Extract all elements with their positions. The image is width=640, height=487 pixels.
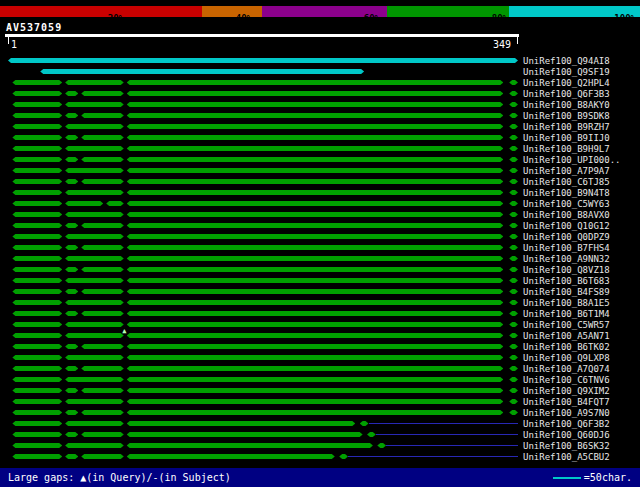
hit-label[interactable]: UniRef100_Q6F3B3 xyxy=(523,89,610,99)
alignment-row[interactable]: UniRef100_Q2HPL4 xyxy=(0,77,640,88)
hit-label[interactable]: UniRef100_B9RZH7 xyxy=(523,122,610,132)
hit-bar-segment[interactable] xyxy=(12,399,62,404)
hit-bar-segment[interactable] xyxy=(127,278,504,283)
hit-bar-segment[interactable] xyxy=(509,410,518,415)
hit-label[interactable]: UniRef100_B7FHS4 xyxy=(523,243,610,253)
hit-label[interactable]: UniRef100_Q0DPZ9 xyxy=(523,232,610,242)
hit-bar-segment[interactable] xyxy=(40,69,364,74)
hit-bar-segment[interactable] xyxy=(65,333,124,338)
alignment-row[interactable]: UniRef100_B9RZH7 xyxy=(0,121,640,132)
hit-bar-segment[interactable] xyxy=(65,168,124,173)
hit-bar-segment[interactable] xyxy=(127,102,504,107)
alignment-row[interactable]: UniRef100_B8A1E5 xyxy=(0,297,640,308)
hit-bar-segment[interactable] xyxy=(12,80,62,85)
hit-bar-segment[interactable] xyxy=(12,355,62,360)
hit-label[interactable]: UniRef100_C6TJ85 xyxy=(523,177,610,187)
hit-bar-segment[interactable] xyxy=(65,355,124,360)
alignment-row[interactable]: UniRef100_C5WR57 xyxy=(0,319,640,330)
hit-bar-segment[interactable] xyxy=(12,267,62,272)
hit-bar-segment[interactable] xyxy=(509,146,518,151)
hit-bar-segment[interactable] xyxy=(81,245,124,250)
hit-bar-segment[interactable] xyxy=(509,102,518,107)
hit-label[interactable]: UniRef100_A9NN32 xyxy=(523,254,610,264)
hit-bar-segment[interactable] xyxy=(509,366,518,371)
hit-bar-segment[interactable] xyxy=(65,289,78,294)
hit-bar-segment[interactable] xyxy=(81,454,124,459)
hit-bar-segment[interactable] xyxy=(81,344,124,349)
hit-bar-segment[interactable] xyxy=(509,278,518,283)
hit-bar-segment[interactable] xyxy=(360,421,369,426)
hit-bar-segment[interactable] xyxy=(65,234,124,239)
hit-bar-segment[interactable] xyxy=(509,124,518,129)
hit-bar-segment[interactable] xyxy=(127,190,504,195)
alignment-row[interactable]: UniRef100_B6SK32 xyxy=(0,440,640,451)
hit-bar-segment[interactable] xyxy=(509,399,518,404)
hit-bar-segment[interactable] xyxy=(509,377,518,382)
hit-bar-segment[interactable] xyxy=(65,223,78,228)
hit-bar-segment[interactable] xyxy=(12,190,62,195)
hit-bar-segment[interactable] xyxy=(127,311,504,316)
hit-bar-segment[interactable] xyxy=(65,80,124,85)
hit-bar-segment[interactable] xyxy=(81,91,124,96)
hit-bar-segment[interactable] xyxy=(127,80,504,85)
hit-bar-segment[interactable] xyxy=(509,113,518,118)
hit-label[interactable]: UniRef100_B8AKY0 xyxy=(523,100,610,110)
alignment-row[interactable]: UniRef100_A9NN32 xyxy=(0,253,640,264)
alignment-row[interactable]: UniRef100_Q10G12 xyxy=(0,220,640,231)
alignment-row[interactable]: UniRef100_Q6F3B3 xyxy=(0,88,640,99)
hit-bar-segment[interactable] xyxy=(127,113,504,118)
alignment-row[interactable]: UniRef100_B9SDK8 xyxy=(0,110,640,121)
hit-label[interactable]: UniRef100_A5AN71 xyxy=(523,331,610,341)
hit-bar-segment[interactable] xyxy=(127,322,504,327)
hit-bar-segment[interactable] xyxy=(509,157,518,162)
hit-label[interactable]: UniRef100_A7P9A7 xyxy=(523,166,610,176)
hit-bar-segment[interactable] xyxy=(65,300,124,305)
hit-bar-segment[interactable] xyxy=(127,245,504,250)
hit-label[interactable]: UniRef100_A9S7N0 xyxy=(523,408,610,418)
alignment-row[interactable]: UniRef100_Q9LXP8 xyxy=(0,352,640,363)
hit-bar-segment[interactable] xyxy=(106,201,124,206)
hit-bar-segment[interactable] xyxy=(127,289,504,294)
hit-bar-segment[interactable] xyxy=(127,256,504,261)
hit-bar-segment[interactable] xyxy=(81,388,124,393)
hit-label[interactable]: UniRef100_Q60DJ6 xyxy=(523,430,610,440)
hit-bar-segment[interactable] xyxy=(127,201,504,206)
hit-bar-segment[interactable] xyxy=(81,311,124,316)
hit-bar-segment[interactable] xyxy=(367,432,376,437)
hit-bar-segment[interactable] xyxy=(12,102,62,107)
hit-bar-segment[interactable] xyxy=(127,421,356,426)
hit-bar-segment[interactable] xyxy=(127,146,504,151)
hit-bar-segment[interactable] xyxy=(65,245,78,250)
hit-bar-segment[interactable] xyxy=(81,135,124,140)
hit-bar-segment[interactable] xyxy=(12,300,62,305)
hit-bar-segment[interactable] xyxy=(127,366,504,371)
alignment-row[interactable]: UniRef100_Q8VZ18 xyxy=(0,264,640,275)
hit-bar-segment[interactable] xyxy=(509,256,518,261)
hit-bar-segment[interactable] xyxy=(509,179,518,184)
hit-label[interactable]: UniRef100_B9SDK8 xyxy=(523,111,610,121)
hit-bar-segment[interactable] xyxy=(509,212,518,217)
hit-bar-segment[interactable] xyxy=(509,311,518,316)
hit-bar-segment[interactable] xyxy=(65,135,78,140)
hit-bar-segment[interactable] xyxy=(127,212,504,217)
hit-bar-segment[interactable] xyxy=(127,333,504,338)
hit-bar-segment[interactable] xyxy=(12,256,62,261)
alignment-row[interactable]: UniRef100_C5WY63 xyxy=(0,198,640,209)
hit-bar-segment[interactable] xyxy=(81,223,124,228)
hit-bar-segment[interactable] xyxy=(65,278,124,283)
hit-bar-segment[interactable] xyxy=(509,91,518,96)
hit-bar-segment[interactable] xyxy=(65,113,78,118)
hit-bar-segment[interactable] xyxy=(12,157,62,162)
hit-label[interactable]: UniRef100_Q9LXP8 xyxy=(523,353,610,363)
hit-bar-segment[interactable] xyxy=(12,278,62,283)
alignment-row[interactable]: UniRef100_C6TJ85 xyxy=(0,176,640,187)
hit-label[interactable]: UniRef100_B6T683 xyxy=(523,276,610,286)
alignment-row[interactable]: UniRef100_UPI000.. xyxy=(0,154,640,165)
hit-bar-segment[interactable] xyxy=(12,245,62,250)
hit-bar-segment[interactable] xyxy=(127,355,504,360)
alignment-row[interactable]: UniRef100_B7FHS4 xyxy=(0,242,640,253)
hit-bar-segment[interactable] xyxy=(127,454,335,459)
hit-bar-segment[interactable] xyxy=(127,410,504,415)
hit-bar-segment[interactable] xyxy=(65,399,124,404)
hit-bar-segment[interactable] xyxy=(127,388,504,393)
